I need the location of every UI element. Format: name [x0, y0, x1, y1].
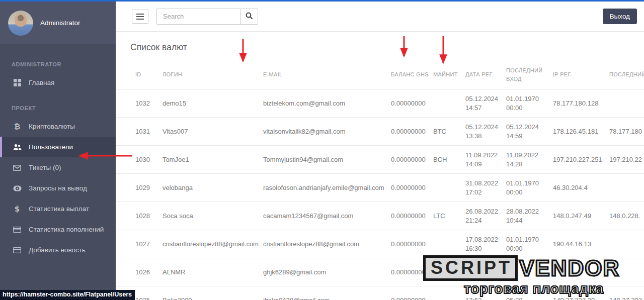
sidebar-item-label: Статистика пополнений: [29, 226, 104, 233]
cell-email: biztelekom.com@gmail.com: [263, 99, 391, 107]
cell-ip-reg: 148.0.247.49: [553, 212, 609, 220]
table-row[interactable]: 1030 TomJoe1 Tommyjustin94@gmail.com 0.0…: [116, 146, 644, 174]
cell-login: ALNMR: [163, 268, 263, 276]
sidebar-item-users[interactable]: Пользователи: [0, 137, 116, 157]
sidebar-item-home[interactable]: Главная: [0, 72, 116, 93]
column-header: ДАТА РЕГ.: [465, 70, 506, 79]
cell-last-login: 28.08.202210:44: [506, 207, 553, 225]
cell-balance: 0.00000000: [391, 240, 433, 248]
table-row[interactable]: 1026 ALNMR ghjk6289@gmail.com 0.00000000: [116, 258, 644, 286]
sidebar-section-administrator: ADMINISTRATOR: [12, 61, 116, 67]
menu-toggle-button[interactable]: [132, 10, 148, 24]
cell-login: Soca soca: [163, 212, 263, 220]
cell-last-login: 01.01.197000:00: [506, 235, 553, 253]
cell-balance: 0.00000000: [391, 184, 433, 191]
column-header: E-MAIL: [263, 70, 391, 79]
cell-balance: 0.00000000: [391, 296, 433, 300]
table-row[interactable]: 1028 Soca soca cacamam1234567@gmail.com …: [116, 202, 644, 230]
cell-email: ibeka0438@gmail.com: [263, 296, 391, 300]
topbar: Выход: [116, 2, 644, 32]
credit-card-icon: [12, 246, 22, 255]
table-row[interactable]: 1025 Beka2000 ibeka0438@gmail.com 0.0000…: [116, 286, 644, 300]
table-row[interactable]: 1027 cristianfloreslopez88@gmail.com cri…: [116, 230, 644, 258]
credit-card-icon: [12, 225, 22, 234]
cell-email: vitalsonvitalik82@gmail.com: [263, 128, 391, 135]
cell-login: Beka2000: [163, 296, 263, 300]
logout-button[interactable]: Выход: [603, 9, 637, 24]
cell-reg-date: 17.08.202216:30: [465, 235, 506, 253]
cell-balance: 0.00000000: [391, 212, 433, 220]
cell-login: velobanga: [163, 184, 263, 191]
cell-reg-date: 05.12.202414:57: [465, 94, 506, 113]
bitcoin-icon: ₿: [12, 122, 22, 131]
cell-email: cristianfloreslopez88@gmail.com: [263, 240, 391, 248]
table-header-row: ID ЛОГИН E-MAIL БАЛАНС GHS МАЙНИТ ДАТА Р…: [116, 66, 644, 89]
cell-ip-last: 197.210.22: [609, 156, 644, 163]
user-profile[interactable]: Administrator: [0, 2, 116, 44]
cell-email: Tommyjustin94@gmail.com: [263, 156, 391, 163]
cell-id: 1026: [135, 268, 163, 276]
user-name: Administrator: [40, 19, 80, 27]
cell-login: Vitas007: [163, 128, 263, 135]
dollar-icon: $: [12, 205, 22, 214]
table-row[interactable]: 1029 velobanga rasolofoson.andrianjafy.e…: [116, 174, 644, 202]
column-header: IP РЕГ.: [553, 70, 609, 79]
sidebar-item-deposit-stats[interactable]: Статистика пополнений: [0, 219, 116, 240]
cell-email: ghjk6289@gmail.com: [263, 268, 391, 276]
column-header: МАЙНИТ: [433, 70, 465, 79]
cell-last-login: 01.01.197000:00: [506, 179, 553, 197]
search-button[interactable]: [241, 9, 258, 25]
sidebar-item-label: Пользователи: [29, 143, 73, 151]
cell-ip-reg: 190.44.16.13: [553, 240, 609, 248]
table-row[interactable]: 1032 demo15 biztelekom.com@gmail.com 0.0…: [116, 89, 644, 118]
cell-balance: 0.00000000: [391, 99, 433, 107]
cell-id: 1029: [135, 184, 163, 191]
table-body: 1032 demo15 biztelekom.com@gmail.com 0.0…: [116, 89, 644, 300]
app-window: Administrator ADMINISTRATOR Главная ПРОЕ…: [0, 0, 644, 300]
cell-last-login: 05.12.202414:59: [506, 123, 553, 141]
cell-reg-date: 31.08.202217:02: [465, 179, 506, 197]
cell-ip-reg: 149.27.223.39: [553, 296, 609, 300]
cell-id: 1027: [135, 240, 163, 248]
cell-login: cristianfloreslopez88@gmail.com: [163, 240, 263, 248]
sidebar-item-cryptocurrencies[interactable]: ₿ Криптовалюты: [0, 116, 116, 137]
sidebar-item-payout-stats[interactable]: $ Статистика выплат: [0, 198, 116, 219]
cell-balance: 0.00000000: [391, 268, 433, 276]
sidebar-item-withdraw-requests[interactable]: Запросы на вывод: [0, 178, 116, 198]
cell-last-login: 05:28: [506, 296, 553, 300]
table-row[interactable]: 1031 Vitas007 vitalsonvitalik82@gmail.co…: [116, 118, 644, 146]
users-icon: [12, 143, 22, 152]
cell-balance: 0.00000000: [391, 156, 433, 163]
cell-id: 1031: [135, 128, 163, 135]
main-content: Список валют ID ЛОГИН E-MAIL БАЛАНС GHS …: [116, 32, 644, 300]
sidebar-item-label: Запросы на вывод: [29, 184, 87, 192]
cell-reg-date: 13:52: [465, 296, 506, 300]
search-input[interactable]: [156, 9, 241, 25]
sidebar: Administrator ADMINISTRATOR Главная ПРОЕ…: [0, 2, 116, 300]
top-accent-line: [0, 0, 644, 2]
cell-id: 1030: [135, 156, 163, 163]
cell-balance: 0.00000000: [391, 128, 433, 135]
search-form: [156, 9, 258, 25]
grid-icon: [12, 78, 22, 87]
eye-icon: [12, 184, 22, 193]
cell-last-login: 01.01.197000:00: [506, 94, 553, 113]
avatar: [8, 11, 33, 36]
hamburger-icon: [136, 14, 144, 15]
cell-ip-reg: 78.177.180.128: [553, 99, 609, 107]
cell-reg-date: 26.08.202221:24: [465, 207, 506, 225]
status-url-tooltip: https://hamster-combo.site/Flatpanel/Use…: [0, 290, 135, 300]
cell-mining: BCH: [433, 156, 465, 163]
column-header: ID: [135, 70, 163, 79]
cell-id: 1025: [135, 296, 163, 300]
sidebar-item-label: Тикеты (0): [29, 164, 61, 171]
column-header: БАЛАНС GHS: [391, 70, 433, 79]
sidebar-item-tickets[interactable]: Тикеты (0): [0, 157, 116, 178]
page-title: Список валют: [130, 42, 644, 53]
sidebar-item-label: Криптовалюты: [29, 123, 75, 130]
cell-id: 1028: [135, 212, 163, 220]
sidebar-section-project: ПРОЕКТ: [12, 105, 116, 111]
cell-login: TomJoe1: [163, 156, 263, 163]
sidebar-item-add-news[interactable]: Добавить новость: [0, 240, 116, 260]
cell-mining: BTC: [433, 128, 465, 135]
